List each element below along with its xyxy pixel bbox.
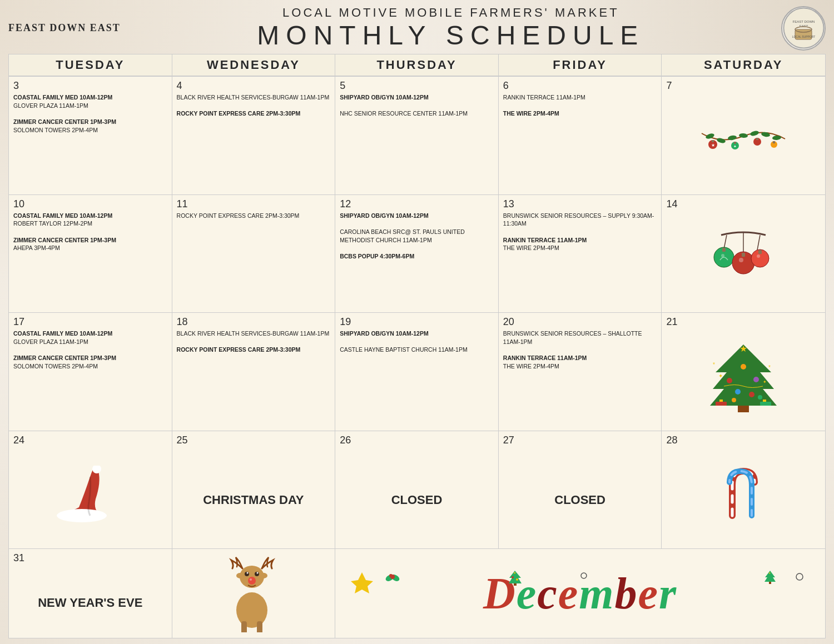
cell-31: 31 NEW YEAR'S EVE: [9, 549, 172, 638]
svg-rect-18: [756, 138, 758, 140]
svg-point-62: [236, 573, 244, 578]
svg-point-39: [753, 377, 759, 382]
cell-21: 21: [662, 313, 825, 431]
header-friday: FRIDAY: [499, 54, 662, 76]
svg-point-42: [732, 398, 736, 402]
week-row-1: 3 COASTAL FAMILY MED 10AM-12PM GLOVER PL…: [9, 77, 825, 195]
svg-rect-51: [719, 400, 723, 402]
title-top: LOCAL MOTIVE MOBILE FARMERS' MARKET: [121, 6, 781, 20]
date-13: 13: [503, 198, 657, 210]
svg-point-59: [256, 572, 258, 574]
svg-point-40: [735, 389, 741, 395]
svg-point-80: [389, 574, 393, 577]
closed-27-label: CLOSED: [554, 493, 605, 507]
svg-marker-69: [351, 572, 373, 593]
week-row-4: 24: [9, 431, 825, 550]
svg-point-31: [739, 258, 743, 262]
logo-right: FEAST DOWN EAST LOCAL SUPPORT: [781, 6, 826, 51]
date-26: 26: [340, 435, 494, 446]
cell-19: 19 SHIPYARD OB/GYN 10AM-12PM CASTLE HAYN…: [335, 313, 499, 431]
logo-left: FEAST DOWN EAST: [8, 21, 121, 35]
cell-26: 26 CLOSED: [335, 431, 499, 549]
date-11: 11: [177, 198, 331, 210]
svg-point-61: [250, 578, 252, 581]
date-24: 24: [13, 435, 167, 446]
svg-point-64: [236, 592, 267, 628]
events-4: BLACK RIVER HEALTH SERVICES-BURGAW 11AM-…: [177, 93, 331, 118]
title-main: MONTHLY SCHEDULE: [121, 20, 781, 51]
svg-rect-73: [514, 583, 517, 586]
svg-point-41: [749, 392, 754, 397]
events-18: BLACK RIVER HEALTH SERVICES-BURGAW 11AM-…: [177, 330, 331, 354]
events-5: SHIPYARD OB/GYN 10AM-12PM NHC SENIOR RES…: [340, 93, 494, 118]
date-5: 5: [340, 80, 494, 92]
header-thursday: THURSDAY: [335, 54, 499, 76]
cell-11: 11 ROCKY POINT EXPRESS CARE 2PM-3:30PM: [172, 195, 336, 313]
svg-text:LOCAL SUPPORT: LOCAL SUPPORT: [792, 35, 815, 38]
svg-rect-65: [241, 621, 247, 632]
svg-point-74: [512, 576, 514, 578]
events-12: SHIPYARD OB/GYN 10AM-12PM CAROLINA BEACH…: [340, 212, 494, 261]
svg-point-10: [749, 130, 759, 137]
svg-point-37: [727, 378, 732, 383]
date-10: 10: [13, 198, 167, 210]
date-7: 7: [666, 80, 821, 92]
new-years-label: NEW YEAR'S EVE: [38, 596, 142, 610]
svg-rect-52: [763, 400, 766, 402]
image-24: [13, 448, 167, 545]
svg-rect-49: [716, 402, 727, 406]
calendar-body: 3 COASTAL FAMILY MED 10AM-12PM GLOVER PL…: [9, 77, 825, 638]
date-21: 21: [666, 316, 821, 328]
cell-25: 25 CHRISTMAS DAY: [172, 431, 336, 549]
date-6: 6: [503, 80, 657, 92]
day-headers: TUESDAY WEDNESDAY THURSDAY FRIDAY SATURD…: [9, 54, 825, 77]
svg-point-60: [248, 577, 256, 585]
header-tuesday: TUESDAY: [9, 54, 172, 76]
week-row-3: 17 COASTAL FAMILY MED 10AM-12PM GLOVER P…: [9, 313, 825, 431]
svg-rect-82: [769, 582, 771, 584]
header-wednesday: WEDNESDAY: [172, 54, 336, 76]
image-28: [666, 448, 821, 545]
cell-20: 20 BRUNSWICK SENIOR RESOURCES – SHALLOTT…: [499, 313, 662, 431]
christmas-day-label: CHRISTMAS DAY: [203, 493, 304, 507]
date-14: 14: [666, 198, 821, 210]
date-18: 18: [177, 316, 331, 328]
svg-text:✦: ✦: [763, 380, 767, 385]
svg-text:★: ★: [711, 143, 715, 148]
svg-rect-36: [738, 406, 749, 412]
svg-rect-33: [758, 250, 762, 254]
cell-24: 24: [9, 431, 172, 549]
image-7: ★ ✦: [666, 93, 821, 191]
svg-point-0: [783, 8, 823, 48]
cell-18: 18 BLACK RIVER HEALTH SERVICES-BURGAW 11…: [172, 313, 336, 431]
svg-text:FEAST DOWN: FEAST DOWN: [792, 20, 815, 23]
svg-rect-50: [760, 402, 771, 406]
date-19: 19: [340, 316, 494, 328]
svg-text:*: *: [713, 362, 715, 368]
events-20: BRUNSWICK SENIOR RESOURCES – SHALLOTTE 1…: [503, 330, 657, 370]
svg-text:★: ★: [739, 344, 747, 353]
date-3: 3: [13, 80, 167, 92]
svg-rect-14: [712, 140, 714, 142]
cell-7: 7: [662, 77, 825, 194]
svg-point-43: [758, 395, 762, 400]
cell-december-text: December: [335, 549, 825, 638]
svg-rect-20: [773, 141, 775, 143]
svg-rect-30: [742, 253, 745, 257]
date-17: 17: [13, 316, 167, 328]
date-20: 20: [503, 316, 657, 328]
svg-rect-66: [257, 621, 262, 632]
svg-point-28: [721, 254, 724, 257]
cell-28: 28: [662, 431, 825, 549]
svg-rect-16: [734, 142, 736, 144]
svg-point-75: [516, 578, 518, 581]
svg-line-23: [724, 235, 727, 249]
cell-13: 13 BRUNSWICK SENIOR RESOURCES – SUPPLY 9…: [499, 195, 662, 313]
events-10: COASTAL FAMILY MED 10AM-12PM ROBERT TAYL…: [13, 212, 167, 252]
svg-point-58: [246, 572, 248, 574]
calendar: TUESDAY WEDNESDAY THURSDAY FRIDAY SATURD…: [8, 54, 826, 638]
cell-reindeer: [172, 549, 336, 638]
svg-point-71: [581, 573, 587, 578]
date-31: 31: [13, 552, 167, 564]
main-container: FEAST DOWN EAST LOCAL MOTIVE MOBILE FARM…: [0, 0, 834, 644]
